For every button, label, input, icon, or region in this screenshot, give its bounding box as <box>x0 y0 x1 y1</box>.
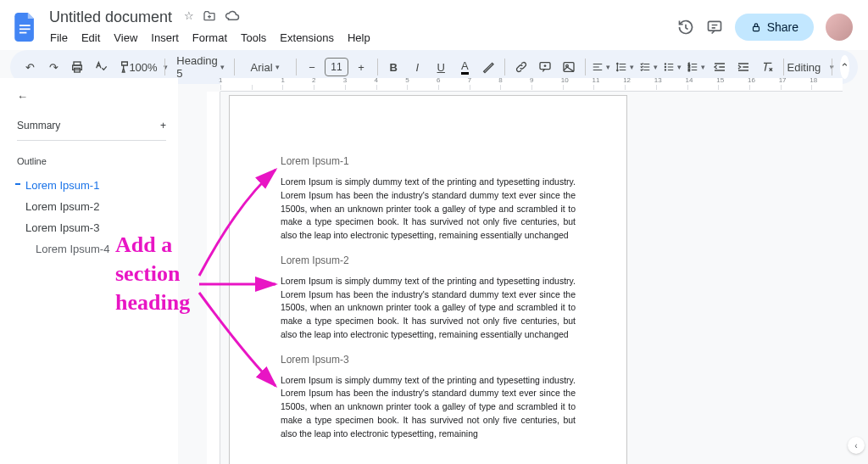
print-button[interactable] <box>66 56 88 78</box>
heading-2[interactable]: Lorem Ipsum-2 <box>281 254 576 266</box>
svg-text:3: 3 <box>688 68 691 72</box>
share-button[interactable]: Share <box>735 14 814 41</box>
outline-item-4[interactable]: Lorem Ipsum-4 <box>17 238 166 260</box>
redo-button[interactable]: ↷ <box>42 56 64 78</box>
star-icon[interactable]: ☆ <box>184 9 194 25</box>
horizontal-ruler[interactable]: 1 12 34 56 78 910 1112 1314 1516 1718 <box>220 78 843 92</box>
underline-button[interactable]: U <box>430 56 452 78</box>
svg-rect-4 <box>753 26 759 31</box>
menu-file[interactable]: File <box>44 29 74 47</box>
indent-increase-button[interactable] <box>732 56 754 78</box>
clear-format-button[interactable] <box>756 56 778 78</box>
svg-point-13 <box>665 70 665 70</box>
menu-view[interactable]: View <box>108 29 143 47</box>
line-spacing-button[interactable] <box>614 56 636 78</box>
outline-item-2[interactable]: Lorem Ipsum-2 <box>17 196 166 217</box>
main-area: ← Summary + Outline Lorem Ipsum-1 Lorem … <box>0 78 868 464</box>
checklist-button[interactable] <box>637 56 659 78</box>
outline-item-1[interactable]: Lorem Ipsum-1 <box>17 175 166 196</box>
lock-icon <box>750 21 762 33</box>
share-label: Share <box>767 20 798 34</box>
bold-button[interactable]: B <box>382 56 404 78</box>
heading-3[interactable]: Lorem Ipsum-3 <box>281 354 576 366</box>
paragraph-3[interactable]: Lorem Ipsum is simply dummy text of the … <box>281 374 576 441</box>
svg-point-12 <box>665 66 665 67</box>
mode-select[interactable]: Editing <box>788 56 826 78</box>
outline-sidebar: ← Summary + Outline Lorem Ipsum-1 Lorem … <box>0 78 178 464</box>
svg-point-11 <box>665 64 665 64</box>
spellcheck-button[interactable] <box>90 56 112 78</box>
collapse-toolbar-button[interactable]: ⌃ <box>840 55 849 79</box>
align-button[interactable] <box>590 56 612 78</box>
highlight-button[interactable] <box>477 56 499 78</box>
insert-image-button[interactable] <box>558 56 580 78</box>
close-outline-button[interactable]: ← <box>17 90 166 103</box>
svg-rect-2 <box>19 31 27 33</box>
app-header: Untitled document ☆ File Edit View Inser… <box>0 0 868 50</box>
menu-help[interactable]: Help <box>342 29 376 47</box>
numbered-list-button[interactable]: 123 <box>685 56 707 78</box>
vertical-ruler[interactable] <box>207 92 220 464</box>
svg-rect-3 <box>708 21 721 31</box>
svg-rect-0 <box>19 25 31 26</box>
docs-logo[interactable] <box>10 12 41 42</box>
document-page[interactable]: Lorem Ipsum-1 Lorem Ipsum is simply dumm… <box>229 95 627 464</box>
menu-extensions[interactable]: Extensions <box>274 29 340 47</box>
paragraph-style-select[interactable]: Heading 5 <box>170 56 229 78</box>
text-color-button[interactable]: A <box>453 56 476 78</box>
header-actions: Share <box>677 14 858 41</box>
paragraph-2[interactable]: Lorem Ipsum is simply dummy text of the … <box>281 275 576 342</box>
cloud-status-icon[interactable] <box>225 9 240 25</box>
font-size-decrease[interactable]: − <box>301 56 323 78</box>
menu-bar: File Edit View Insert Format Tools Exten… <box>44 29 677 47</box>
document-area: 1 12 34 56 78 910 1112 1314 1516 1718 Lo… <box>178 78 868 464</box>
title-area: Untitled document ☆ File Edit View Inser… <box>44 7 677 47</box>
account-avatar[interactable] <box>826 14 853 41</box>
heading-1[interactable]: Lorem Ipsum-1 <box>281 155 576 167</box>
menu-format[interactable]: Format <box>186 29 233 47</box>
menu-edit[interactable]: Edit <box>75 29 106 47</box>
indent-decrease-button[interactable] <box>709 56 731 78</box>
svg-rect-1 <box>19 28 31 30</box>
add-summary-button[interactable]: + <box>160 120 166 131</box>
outline-label: Outline <box>17 156 166 166</box>
font-select[interactable]: Arial <box>240 56 291 78</box>
move-icon[interactable] <box>203 9 216 25</box>
font-size-input[interactable]: 11 <box>325 58 348 76</box>
summary-label: Summary <box>17 120 60 131</box>
font-size-increase[interactable]: + <box>350 56 372 78</box>
zoom-select[interactable]: 100% <box>137 56 159 78</box>
history-icon[interactable] <box>677 19 694 36</box>
italic-button[interactable]: I <box>406 56 428 78</box>
comments-icon[interactable] <box>706 19 723 36</box>
show-sidepanel-button[interactable]: ‹ <box>848 437 865 454</box>
undo-button[interactable]: ↶ <box>19 56 41 78</box>
menu-tools[interactable]: Tools <box>235 29 272 47</box>
outline-item-3[interactable]: Lorem Ipsum-3 <box>17 217 166 238</box>
bullet-list-button[interactable] <box>661 56 683 78</box>
menu-insert[interactable]: Insert <box>145 29 185 47</box>
insert-comment-button[interactable] <box>534 56 556 78</box>
font-size-control: − 11 + <box>301 56 372 78</box>
insert-link-button[interactable] <box>510 56 532 78</box>
document-title[interactable]: Untitled document <box>44 7 177 28</box>
paragraph-1[interactable]: Lorem Ipsum is simply dummy text of the … <box>281 176 576 243</box>
